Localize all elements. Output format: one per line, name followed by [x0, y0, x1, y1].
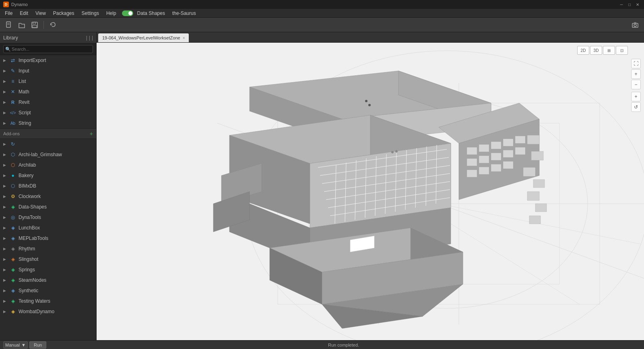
zoom-in-button[interactable]: + [631, 69, 641, 79]
lib-item-wombatdynamo[interactable]: ▶ ◈ WombatDynamo [0, 306, 96, 317]
lib-item-steamnodes[interactable]: ▶ ◈ SteamNodes [0, 275, 96, 285]
run-controls: Manual ▼ Run [3, 341, 46, 349]
tab-bar: 19-064_WindowsPerLevelWorksetZone × [97, 32, 644, 43]
lib-item-bakery[interactable]: ▶ ● Bakery [0, 170, 96, 181]
tab-close-button[interactable]: × [183, 36, 185, 40]
viewport[interactable]: 2D 3D ⊞ ⊡ ⛶ + − + ↺ [97, 43, 644, 340]
menu-view[interactable]: View [32, 10, 49, 17]
lib-item-testing-waters[interactable]: ▶ ◈ Testing Waters [0, 296, 96, 306]
new-button[interactable] [3, 19, 14, 31]
chevron-string: ▶ [3, 121, 7, 125]
svg-rect-60 [503, 161, 513, 169]
lib-item-script[interactable]: ▶ </> Script [0, 107, 96, 118]
svg-rect-66 [535, 204, 547, 212]
svg-point-80 [368, 104, 371, 106]
icon-math: ✕ [10, 89, 16, 95]
lib-item-archilab[interactable]: ▶ ⬡ Archilab [0, 160, 96, 170]
tab-label: 19-064_WindowsPerLevelWorksetZone [102, 35, 180, 40]
lib-item-string[interactable]: ▶ Ab String [0, 118, 96, 128]
statusbar: Manual ▼ Run Run completed. [0, 340, 644, 349]
svg-point-82 [395, 150, 398, 153]
view-mode-3d-button[interactable]: 3D [590, 46, 602, 55]
app-icon: D [3, 2, 9, 7]
library-icon-3[interactable]: | [92, 35, 93, 41]
menu-file[interactable]: File [2, 10, 16, 17]
library-icon-1[interactable]: | [86, 35, 87, 41]
camera-button[interactable] [630, 19, 641, 31]
chevron-list: ▶ [3, 79, 7, 83]
icon-list: ≡ [10, 78, 16, 85]
icon-string: Ab [10, 120, 16, 126]
save-button[interactable] [29, 19, 40, 31]
view-mode-2d-button[interactable]: 2D [577, 46, 589, 55]
lib-item-rhythm[interactable]: ▶ ◈ Rhythm [0, 244, 96, 254]
search-box: 🔍 [0, 43, 96, 55]
search-input[interactable] [3, 45, 93, 53]
svg-rect-49 [491, 142, 501, 149]
svg-rect-5 [33, 25, 37, 27]
icon-input: ✎ [10, 68, 16, 74]
lib-item-meplabtools[interactable]: ▶ ◈ MEPLabTools [0, 233, 96, 244]
viewport-top-right: 2D 3D ⊞ ⊡ [577, 46, 628, 55]
chevron-synthetic: ▶ [3, 289, 7, 293]
lib-item-archi-lab-grimshaw[interactable]: ▶ ⬡ Archi-lab_Grimshaw [0, 149, 96, 160]
lib-item-revit[interactable]: ▶ R Revit [0, 97, 96, 107]
chevron-clockwork: ▶ [3, 194, 7, 198]
chevron-lunchbox: ▶ [3, 226, 7, 230]
run-mode-label: Manual [5, 343, 20, 347]
menu-settings[interactable]: Settings [78, 10, 102, 17]
chevron-slingshot: ▶ [3, 257, 7, 261]
svg-rect-55 [503, 150, 513, 157]
building-model [189, 55, 551, 328]
close-button[interactable]: ✕ [634, 1, 641, 8]
lib-item-lunchbox[interactable]: ▶ ◈ LunchBox [0, 223, 96, 233]
menu-packages[interactable]: Packages [50, 10, 78, 17]
library-icon-2[interactable]: | [89, 35, 90, 41]
chevron-bimxdb: ▶ [3, 184, 7, 188]
lib-item-springs[interactable]: ▶ ◈ Springs [0, 264, 96, 275]
menu-data-shapes[interactable]: Data Shapes [134, 10, 168, 17]
zoom-fit-button[interactable]: + [631, 92, 641, 101]
icon-wombatdynamo: ◈ [10, 308, 16, 315]
run-toggle[interactable] [122, 10, 133, 16]
lib-item-synthetic[interactable]: ▶ ◈ Synthetic [0, 285, 96, 296]
maximize-button[interactable]: □ [626, 1, 633, 8]
view-layout-button[interactable]: ⊞ [603, 46, 615, 55]
label-lunchbox: LunchBox [19, 225, 40, 231]
lib-item-bimxdb[interactable]: ▶ ⬡ BIMxDB [0, 181, 96, 191]
menu-edit[interactable]: Edit [17, 10, 31, 17]
main-tab[interactable]: 19-064_WindowsPerLevelWorksetZone × [98, 33, 189, 42]
lib-item-dynatools[interactable]: ▶ ◎ DynaTools [0, 212, 96, 223]
label-importexport: ImportExport [19, 58, 46, 63]
open-button[interactable] [16, 19, 27, 31]
run-mode-dropdown[interactable]: Manual ▼ [3, 341, 28, 349]
lib-item-list[interactable]: ▶ ≡ List [0, 76, 96, 87]
lib-item-input[interactable]: ▶ ✎ Input [0, 66, 96, 76]
lib-item-slingshot[interactable]: ▶ ◈ Slingshot [0, 254, 96, 264]
icon-dynatools: ◎ [10, 214, 16, 221]
run-button[interactable]: Run [29, 341, 46, 349]
view-single-button[interactable]: ⊡ [616, 46, 628, 55]
svg-rect-59 [491, 164, 501, 171]
menu-the-saurus[interactable]: the-Saurus [169, 10, 199, 17]
lib-item-math[interactable]: ▶ ✕ Math [0, 87, 96, 97]
fit-view-button[interactable]: ⛶ [631, 59, 641, 68]
titlebar-left: D Dynamo [3, 2, 28, 7]
lib-item-importexport[interactable]: ▶ ⇄ ImportExport [0, 55, 96, 66]
lib-item-loading[interactable]: ▶ ↻ [0, 139, 96, 149]
lib-item-clockwork[interactable]: ▶ ⚙ Clockwork [0, 191, 96, 202]
menu-help[interactable]: Help [103, 10, 120, 17]
minimize-button[interactable]: ─ [618, 1, 625, 8]
add-addon-button[interactable]: + [90, 130, 93, 137]
lib-item-data-shapes[interactable]: ▶ ◈ Data-Shapes [0, 202, 96, 212]
menubar: File Edit View Packages Settings Help Da… [0, 9, 644, 18]
titlebar-controls[interactable]: ─ □ ✕ [618, 1, 641, 8]
undo-button[interactable] [47, 19, 58, 31]
rotate-view-button[interactable]: ↺ [631, 102, 641, 112]
library-title: Library [3, 35, 18, 41]
svg-point-81 [391, 151, 394, 153]
label-dynatools: DynaTools [19, 215, 41, 220]
toggle-switch[interactable] [122, 10, 133, 16]
zoom-out-button[interactable]: − [631, 80, 641, 89]
chevron-rhythm: ▶ [3, 247, 7, 251]
